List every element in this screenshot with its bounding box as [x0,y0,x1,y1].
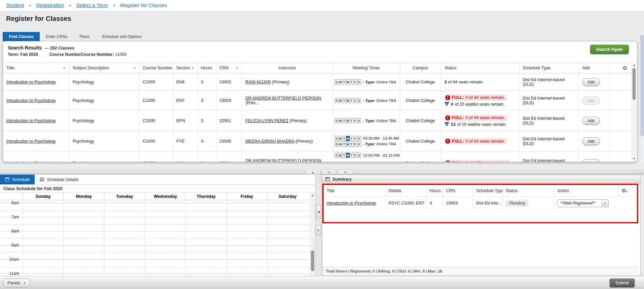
col-campus-label: Campus [413,66,428,70]
col-hours[interactable]: Hours [197,63,216,73]
col-crn-label: CRN [220,66,229,70]
chevron-down-icon[interactable]: ▼ [602,200,608,207]
sum-col-status[interactable]: Status [503,185,554,196]
col-subject-label: Subject Description [73,66,109,70]
day-header: Saturday [267,193,308,200]
panel-splitter-vertical[interactable]: ◀ ● [315,175,322,276]
course-number-cell: C1000 [139,73,173,91]
meeting-days-strip: SMTWTFS [335,153,361,158]
schedule-type-cell: Dist Ed Internet-based (DLD) [519,151,579,162]
waitlist-icon: ! [445,102,449,106]
col-status[interactable]: Status [441,63,519,73]
status-badge-pending: Pending [506,200,529,207]
col-schedule-type[interactable]: Schedule Type [519,63,579,73]
campus-cell: Chabot College [400,91,441,110]
window-scrollbar[interactable] [640,32,644,163]
summary-settings[interactable]: ⚙▾ [618,185,637,196]
schedule-scrollbar[interactable]: ▲ [310,193,315,276]
course-title-link[interactable]: Introduction to Psychology [6,118,56,123]
course-title-link[interactable]: Introduction to Psychology [6,139,56,144]
action-dropdown[interactable]: **Web Registered** ▼ [557,199,609,207]
col-section[interactable]: Section▲▼ [173,63,197,73]
filter-value: c1000 [115,52,127,57]
add-button[interactable]: Add [582,137,600,145]
splitter-collapse-left-button[interactable]: ◀ [316,205,321,218]
col-title-label: Title [6,66,14,70]
instructor-link[interactable]: MEERA GIRISH BHADRA [246,139,294,144]
scroll-down-icon[interactable]: ▼ [632,156,636,161]
sort-icon[interactable]: ▲▼ [134,66,136,70]
scrollbar-thumb[interactable] [311,250,314,271]
tab-schedule-details[interactable]: Schedule Details [35,175,84,184]
add-button[interactable]: Add [582,159,600,162]
tab-enter-crns[interactable]: Enter CRNs [40,32,73,41]
hour-row: 6am [0,203,315,217]
main-tabs: Find Classes Enter CRNs Plans Schedule a… [3,32,148,41]
breadcrumb-student[interactable]: Student [6,2,24,8]
course-title-link[interactable]: Introduction to Psychology [6,161,56,162]
meeting-days-strip: SMTWTFS [335,98,361,103]
breadcrumb-select-a-term[interactable]: Select a Term [76,2,108,8]
sort-desc-icon[interactable]: ▼ [63,67,66,70]
col-crn[interactable]: CRN▲▼ [216,63,242,73]
splitter-reset-button[interactable]: ● [316,225,321,235]
panels-button[interactable]: Panels ▼ [3,279,31,287]
day-header: Monday [63,193,104,200]
hours-cell: 3 [197,151,216,162]
summary-highlight-box: Title Details Hours CRN Schedule Type St… [322,184,638,223]
sum-col-action[interactable]: Action [554,185,618,196]
sum-col-crn[interactable]: CRN [443,185,473,196]
col-instructor[interactable]: Instructor [242,63,333,73]
sum-col-hours[interactable]: Hours [426,185,443,196]
gear-icon[interactable]: ⚙ [622,65,627,71]
campus-cell: Chabot College [400,110,441,131]
col-add[interactable]: Add [579,63,609,73]
scroll-up-icon[interactable]: ▲ [310,194,315,197]
results-scrollbar[interactable]: ▲ ▼ [632,63,636,161]
full-status: !FULL:0 of 44 seats remain. [445,115,508,121]
search-again-button[interactable]: Search Again [590,45,629,54]
instructor-link[interactable]: RANI NIJJAR [246,80,271,84]
table-row: Introduction to Psychology Psychology C1… [3,91,632,110]
status-cell: !FULL:0 of 105 seats remain. [441,151,519,162]
add-button[interactable]: Add [582,117,600,125]
col-meeting-times[interactable]: Meeting Times [333,63,400,73]
meeting-days-strip: SMTWTFS [335,136,361,141]
gear-icon[interactable]: ⚙ [621,187,626,194]
col-subject[interactable]: Subject Description▲▼ [69,63,139,73]
sum-col-title[interactable]: Title [324,185,385,196]
summary-course-link[interactable]: Introduction to Psychology [327,201,376,206]
sort-icon[interactable]: ▲▼ [236,66,238,70]
tab-plans[interactable]: Plans [73,32,96,41]
panel-splitter-horizontal[interactable]: ▲ ● ▼ [0,170,644,175]
col-title[interactable]: Title▼ [3,63,69,73]
course-title-link[interactable]: Introduction to Psychology [6,98,56,103]
sum-col-details[interactable]: Details [385,185,426,196]
schedule-title: Class Schedule for Fall 2025 [0,185,315,193]
tab-find-classes[interactable]: Find Classes [3,32,40,41]
add-button[interactable]: Add [582,78,600,86]
col-settings[interactable]: ⚙ [609,63,632,73]
tab-schedule[interactable]: Schedule [0,175,35,184]
breadcrumb-registration[interactable]: Registration [36,2,64,8]
splitter-expand-down-button[interactable]: ▼ [337,170,353,174]
meeting-days-strip: SMTWTFS [335,118,361,123]
col-course-number[interactable]: Course Number▲▼ [139,63,173,73]
col-campus[interactable]: Campus [400,63,441,73]
submit-button[interactable]: Submit [610,279,635,287]
splitter-reset-button[interactable]: ● [321,170,337,174]
course-title-link[interactable]: Introduction to Psychology [6,80,56,84]
crn-cell: 23004 [216,151,242,162]
summary-totals: Total Hours | Registered: 0 | Billing: 0… [322,267,638,276]
scrollbar-thumb[interactable] [641,35,644,136]
scroll-up-icon[interactable]: ▲ [632,63,636,67]
instructor-link[interactable]: DR ANDREW BUTTERFIELD PIERSON [246,158,321,162]
instructor-link[interactable]: DR ANDREW BUTTERFIELD PIERSON [246,96,321,101]
splitter-expand-up-button[interactable]: ▲ [305,170,321,174]
sum-col-schedule-type[interactable]: Schedule Type [473,185,503,196]
sort-icon[interactable]: ▲▼ [192,66,194,70]
instructor-link[interactable]: FELICIA LYNN PEREZ [246,118,289,123]
schedule-type-cell: Dist Ed Internet-based (DLD) [519,91,579,110]
tab-schedule-and-options[interactable]: Schedule and Options [96,32,148,41]
scrollbar-thumb[interactable] [633,68,636,100]
